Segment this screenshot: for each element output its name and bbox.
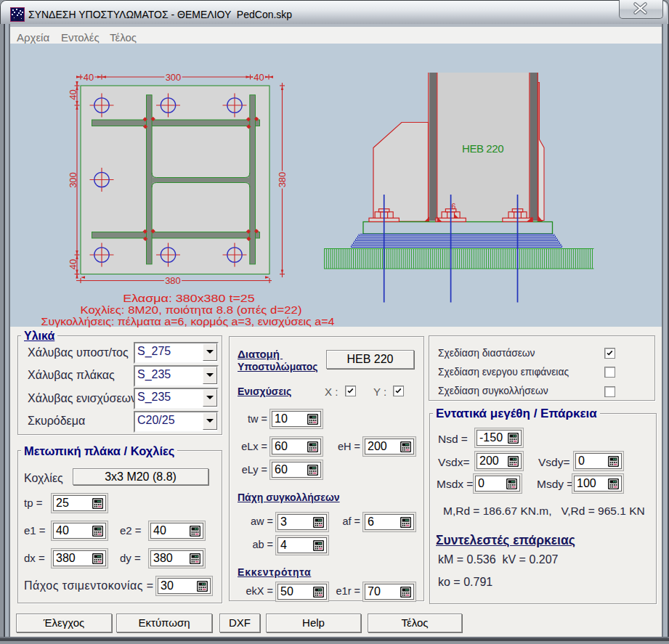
svg-text:40: 40 xyxy=(254,72,264,83)
svg-text:Συγκολλήσεις: πέλματα a=6, κορ: Συγκολλήσεις: πέλματα a=6, κορμός a=3, ε… xyxy=(41,315,335,327)
svg-text:380: 380 xyxy=(165,275,181,286)
svg-text:40: 40 xyxy=(68,259,78,269)
svg-text:380: 380 xyxy=(277,172,288,188)
svg-text:300: 300 xyxy=(68,172,78,188)
svg-text:HEB 220: HEB 220 xyxy=(462,142,504,155)
svg-text:Κοχλίες: 8Μ20, ποιότητα 8.8 (ο: Κοχλίες: 8Μ20, ποιότητα 8.8 (οπές d=22) xyxy=(81,303,302,316)
svg-text:Ελασμα: 380x380 t=25: Ελασμα: 380x380 t=25 xyxy=(123,292,255,304)
svg-text:300: 300 xyxy=(166,72,182,83)
svg-text:6: 6 xyxy=(452,202,456,211)
svg-text:40: 40 xyxy=(84,72,94,83)
svg-text:40: 40 xyxy=(68,89,78,99)
